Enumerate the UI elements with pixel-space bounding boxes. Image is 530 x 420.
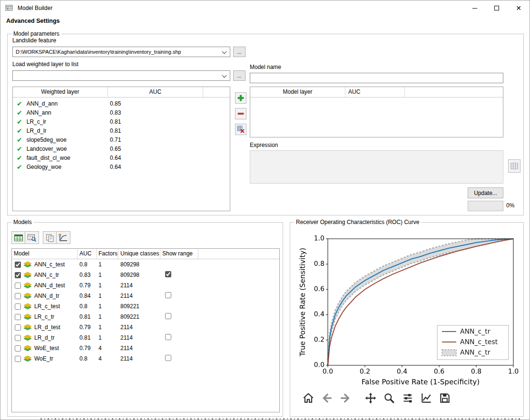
arrow-left-icon bbox=[321, 392, 333, 404]
model-unique-classes: 2114 bbox=[118, 324, 160, 331]
minus-icon bbox=[237, 110, 245, 117]
show-range-checkbox[interactable] bbox=[165, 334, 171, 340]
zoom-button[interactable] bbox=[382, 391, 397, 405]
weighted-layer-row[interactable]: ✔Landcover_woe 0.65 bbox=[13, 145, 230, 154]
model-factors: 4 bbox=[97, 355, 118, 362]
load-weighted-browse-button[interactable]: ... bbox=[233, 70, 245, 81]
model-name: LR_d_test bbox=[34, 324, 60, 331]
model-row[interactable]: ANN_c_test 0.8 1 809298 bbox=[12, 259, 279, 270]
show-range-checkbox[interactable] bbox=[165, 313, 171, 319]
model-row[interactable]: LR_c_tr 0.81 1 809221 bbox=[12, 312, 279, 322]
model-name: LR_c_test bbox=[34, 303, 60, 310]
model-row[interactable]: LR_d_tr 0.81 1 2114 bbox=[12, 332, 279, 343]
model-row[interactable]: ANN_c_tr 0.83 1 809298 bbox=[12, 270, 279, 280]
model-row[interactable]: WoE_tr 0.8 4 2114 bbox=[12, 353, 279, 364]
show-range-checkbox[interactable] bbox=[165, 355, 171, 361]
model-auc: 0.83 bbox=[78, 272, 97, 278]
load-weighted-combobox[interactable] bbox=[12, 70, 230, 81]
forward-button[interactable] bbox=[338, 391, 353, 405]
model-row[interactable]: LR_c_test 0.8 1 809221 bbox=[12, 301, 279, 312]
auc-header[interactable]: AUC bbox=[108, 87, 203, 97]
model-checkbox[interactable] bbox=[15, 262, 21, 268]
save-button[interactable] bbox=[437, 391, 452, 405]
auc-header[interactable]: AUC bbox=[345, 87, 405, 97]
model-row[interactable]: ANN_d_tr 0.84 1 2114 bbox=[12, 291, 279, 301]
model-table-button[interactable] bbox=[11, 231, 26, 244]
subplots-button[interactable] bbox=[400, 391, 415, 405]
model-checkbox[interactable] bbox=[15, 283, 21, 289]
model-factors: 1 bbox=[97, 293, 118, 299]
unique-classes-header[interactable]: Unique classes bbox=[118, 249, 160, 259]
menu-advanced-settings[interactable]: Advanced Settings bbox=[4, 17, 62, 25]
weighted-layer-row[interactable]: ✔ANN_d_ann 0.85 bbox=[13, 99, 230, 108]
table-search-icon bbox=[27, 234, 37, 242]
landslide-feature-browse-button[interactable]: ... bbox=[233, 47, 245, 57]
copy-model-button[interactable] bbox=[43, 231, 57, 244]
expression-box[interactable] bbox=[250, 150, 503, 184]
model-row[interactable]: LR_d_test 0.79 1 2114 bbox=[12, 322, 279, 332]
weighted-layer-row[interactable]: ✔LR_c_lr 0.81 bbox=[13, 117, 230, 127]
weighted-layer-row[interactable]: ✔fault_dist_cl_woe 0.64 bbox=[13, 154, 230, 163]
model-factors: 1 bbox=[97, 303, 118, 310]
check-icon: ✔ bbox=[17, 117, 22, 127]
roc-canvas bbox=[298, 232, 520, 388]
model-name-input[interactable] bbox=[250, 73, 503, 83]
weighted-layer-row[interactable]: ✔slope5deg_woe 0.71 bbox=[13, 136, 230, 145]
model-checkbox[interactable] bbox=[15, 335, 21, 341]
weighted-layer-row[interactable]: ✔Geology_woe 0.64 bbox=[13, 163, 230, 172]
model-row[interactable]: ANN_d_test 0.79 1 2114 bbox=[12, 280, 279, 291]
plot-roc-button[interactable] bbox=[56, 231, 70, 244]
model-checkbox[interactable] bbox=[15, 293, 21, 299]
progress-percent: 0% bbox=[506, 202, 514, 209]
maximize-button[interactable] bbox=[486, 0, 508, 16]
progress-bar bbox=[468, 201, 503, 211]
show-range-header[interactable]: Show range bbox=[160, 249, 198, 259]
weighted-layer-row[interactable]: ✔ANN_ann 0.83 bbox=[13, 108, 230, 117]
update-button[interactable]: Update... bbox=[468, 187, 503, 198]
model-layer-table[interactable]: Model layer AUC bbox=[250, 87, 503, 137]
app-icon bbox=[5, 4, 13, 12]
model-name: LR_c_tr bbox=[34, 313, 54, 320]
weighted-layer-header[interactable]: Weighted layer bbox=[13, 87, 108, 97]
weighted-layer-row[interactable]: ✔LR_d_lr 0.81 bbox=[13, 127, 230, 136]
home-button[interactable] bbox=[301, 391, 316, 405]
weighted-layer-auc: 0.81 bbox=[108, 117, 203, 127]
model-unique-classes: 2114 bbox=[118, 355, 160, 362]
add-layer-button[interactable] bbox=[235, 92, 246, 104]
model-unique-classes: 2114 bbox=[118, 345, 160, 352]
model-checkbox[interactable] bbox=[15, 324, 21, 331]
model-header[interactable]: Model bbox=[12, 249, 78, 259]
model-parameters-group: Model parameters Landslide feature D:\WO… bbox=[7, 34, 524, 215]
remove-layer-button[interactable] bbox=[235, 108, 246, 119]
landslide-feature-combobox[interactable]: D:\WORKSPACE\Kaghan\data\inventory\train… bbox=[12, 47, 230, 57]
pan-button[interactable] bbox=[363, 391, 378, 405]
model-checkbox[interactable] bbox=[15, 356, 21, 362]
model-checkbox[interactable] bbox=[15, 272, 21, 278]
model-factors: 1 bbox=[97, 282, 118, 289]
model-checkbox[interactable] bbox=[15, 314, 21, 320]
roc-group-label: Receiver Operating Characteristics (ROC)… bbox=[294, 219, 421, 225]
model-row[interactable]: WoE_test 0.79 4 2114 bbox=[12, 343, 279, 353]
clear-layers-button[interactable] bbox=[235, 124, 246, 135]
show-range-checkbox[interactable] bbox=[165, 271, 171, 277]
auc-header[interactable]: AUC bbox=[78, 249, 97, 259]
chevron-down-icon bbox=[222, 73, 227, 78]
model-inspect-button[interactable] bbox=[25, 231, 39, 244]
back-button[interactable] bbox=[319, 391, 334, 405]
model-checkbox[interactable] bbox=[15, 345, 21, 352]
weighted-layer-table-header: Weighted layer AUC bbox=[13, 87, 230, 98]
minimize-button[interactable] bbox=[464, 0, 486, 16]
show-range-checkbox[interactable] bbox=[165, 292, 171, 298]
expression-builder-button[interactable] bbox=[508, 159, 520, 173]
factors-header[interactable]: Factors bbox=[97, 249, 118, 259]
models-table[interactable]: Model AUC Factors Unique classes Show ra… bbox=[11, 248, 280, 412]
model-layer-header[interactable]: Model layer bbox=[250, 87, 345, 97]
close-button[interactable]: ✕ bbox=[508, 0, 530, 16]
check-icon: ✔ bbox=[17, 154, 22, 163]
weighted-layer-table[interactable]: Weighted layer AUC ✔ANN_d_ann 0.85 ✔ANN_… bbox=[12, 87, 230, 211]
roc-plot bbox=[298, 232, 520, 388]
magnifier-icon bbox=[383, 392, 395, 404]
model-checkbox[interactable] bbox=[15, 303, 21, 310]
customize-plot-button[interactable] bbox=[419, 391, 434, 405]
clipped-bottom-text bbox=[40, 418, 522, 420]
